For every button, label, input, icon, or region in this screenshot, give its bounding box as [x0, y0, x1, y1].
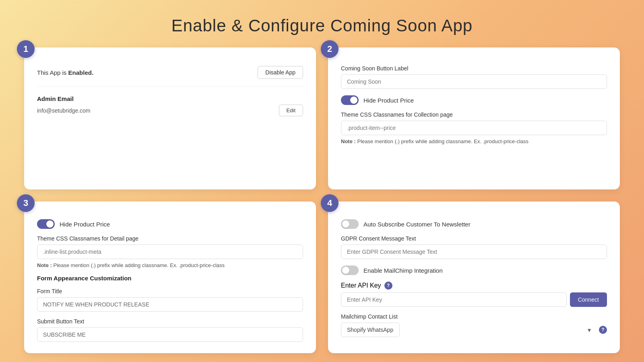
- admin-email-section: Admin Email info@setubridge.com Edit: [37, 86, 303, 116]
- contact-list-row: Shopify WhatsApp ?: [341, 323, 607, 337]
- submit-btn-label: Submit Button Text: [37, 318, 303, 325]
- api-key-label-row: Enter API Key ?: [341, 282, 607, 290]
- contact-list-help-icon[interactable]: ?: [599, 326, 607, 334]
- coming-soon-input[interactable]: [341, 74, 607, 89]
- form-appearance-title: Form Appearance Customization: [37, 275, 303, 282]
- api-key-help-icon[interactable]: ?: [384, 282, 392, 290]
- connect-button[interactable]: Connect: [570, 292, 607, 307]
- theme-css-label-2: Theme CSS Classnames for Collection page: [341, 111, 607, 118]
- auto-subscribe-toggle[interactable]: [341, 219, 359, 229]
- mailchimp-toggle-row: Enable MailChimp Integration: [341, 265, 607, 275]
- form-title-label: Form Title: [37, 288, 303, 294]
- contact-list-select[interactable]: Shopify WhatsApp: [341, 323, 400, 337]
- hide-price-toggle-row-3: Hide Product Price: [37, 219, 303, 229]
- theme-css-input-3[interactable]: [37, 245, 303, 259]
- step-badge-2: 2: [321, 40, 339, 58]
- app-status-row: This App is Enabled. Disable App: [37, 59, 303, 86]
- form-title-input[interactable]: [37, 297, 303, 312]
- mailchimp-label: Enable MailChimp Integration: [363, 267, 443, 274]
- api-key-input[interactable]: [341, 292, 567, 307]
- admin-email-label: Admin Email: [37, 95, 303, 102]
- step-badge-4: 4: [321, 194, 339, 212]
- api-key-row: Connect: [341, 292, 607, 307]
- hide-price-label-2: Hide Product Price: [363, 97, 414, 104]
- disable-app-button[interactable]: Disable App: [258, 66, 303, 79]
- auto-subscribe-label: Auto Subscribe Customer To Newsletter: [363, 221, 471, 228]
- theme-css-label-3: Theme CSS Classnames for Detail page: [37, 235, 303, 242]
- note-text-3: Note : Please mention (.) prefix while a…: [37, 262, 303, 268]
- coming-soon-label: Coming Soon Button Label: [341, 65, 607, 72]
- main-grid: 1 This App is Enabled. Disable App Admin…: [0, 47, 644, 362]
- submit-btn-input[interactable]: [37, 327, 303, 342]
- contact-list-label: Mailchimp Contact List: [341, 313, 607, 320]
- mailchimp-toggle[interactable]: [341, 265, 359, 275]
- hide-price-toggle-3[interactable]: [37, 219, 55, 229]
- app-status-bold: Enabled.: [68, 69, 94, 76]
- contact-list-wrapper: Shopify WhatsApp: [341, 323, 596, 337]
- app-status-text: This App is Enabled.: [37, 69, 93, 76]
- admin-email-value: info@setubridge.com: [37, 107, 91, 114]
- card-2: 2 Coming Soon Button Label Hide Product …: [328, 47, 620, 189]
- page-title: Enable & Configure Coming Soon App: [0, 0, 644, 47]
- note-text-2: Note : Please mention (.) prefix while a…: [341, 138, 607, 144]
- gdpr-input[interactable]: [341, 245, 607, 259]
- gdpr-label: GDPR Consent Message Text: [341, 235, 607, 242]
- auto-subscribe-row: Auto Subscribe Customer To Newsletter: [341, 219, 607, 229]
- hide-price-label-3: Hide Product Price: [60, 221, 110, 228]
- hide-price-toggle-2[interactable]: [341, 95, 359, 105]
- email-row: info@setubridge.com Edit: [37, 105, 303, 116]
- hide-price-toggle-row-2: Hide Product Price: [341, 95, 607, 105]
- edit-email-button[interactable]: Edit: [279, 105, 303, 116]
- card-4: 4 Auto Subscribe Customer To Newsletter …: [328, 202, 620, 353]
- api-key-label: Enter API Key: [341, 282, 381, 289]
- step-badge-3: 3: [17, 194, 35, 212]
- theme-css-input-2[interactable]: [341, 121, 607, 135]
- card-1: 1 This App is Enabled. Disable App Admin…: [24, 47, 316, 189]
- card-3: 3 Hide Product Price Theme CSS Classname…: [24, 202, 316, 353]
- step-badge-1: 1: [17, 40, 35, 58]
